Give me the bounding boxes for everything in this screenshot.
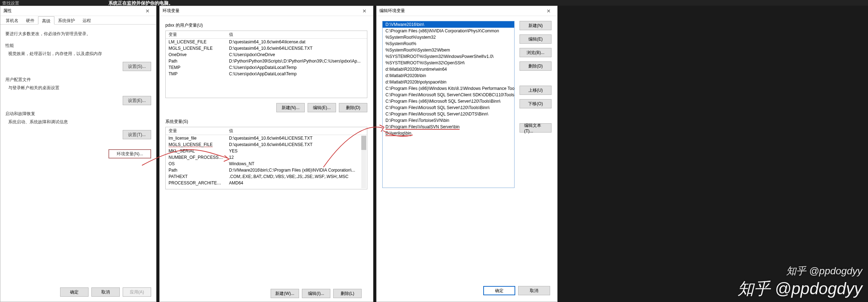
tab-2[interactable]: 高级 — [38, 16, 54, 25]
list-item[interactable]: %SystemRoot%\System32\Wbem — [383, 47, 514, 53]
table-row[interactable]: TMPC:\Users\pdxx\AppData\Local\Temp — [166, 71, 367, 77]
list-item[interactable]: C:\Program Files (x86)\Microsoft SQL Ser… — [383, 98, 514, 104]
system-properties-dialog: 属性 ✕ 算机名硬件高级系统保护远程 要进行大多数更改，你必须作为管理员登录。 … — [0, 6, 156, 302]
list-item[interactable]: D:\Program Files\TortoiseSVN\bin — [383, 117, 514, 124]
perf-settings-button[interactable]: 设置(S)... — [123, 62, 151, 71]
startup-settings-button[interactable]: 设置(T)... — [123, 130, 151, 139]
dlg3-titlebar: 编辑环境变量 ✕ — [377, 6, 557, 16]
cell-val: AMD64 — [226, 180, 367, 185]
close-icon[interactable]: ✕ — [142, 8, 153, 14]
sys-vars-label: 系统变量(S) — [165, 119, 373, 125]
user-new-button[interactable]: 新建(N)... — [276, 103, 305, 112]
dlg2-titlebar: 环境变量 ✕ — [160, 6, 373, 16]
table-row[interactable]: lm_license_fileD:\questasim64_10.6c\win6… — [166, 135, 367, 141]
col-value[interactable]: 值 — [226, 31, 367, 38]
background-header: 查找设置 系统正在监控并保护你的电脑。 — [0, 0, 868, 6]
admin-note: 要进行大多数更改，你必须作为管理员登录。 — [5, 31, 151, 37]
cell-val: D:\VMware2016\bin\;C:\Program Files (x86… — [226, 168, 367, 173]
perf-title: 性能 — [5, 43, 151, 49]
cell-val: D:\questasim64_10.6c\win64\license.dat — [226, 39, 367, 44]
cancel-button[interactable]: 取消 — [91, 287, 120, 297]
path-list[interactable]: D:\VMware2016\bin\C:\Program Files (x86)… — [382, 21, 515, 188]
cell-var: PROCESSOR_ARCHITECTURE — [166, 180, 226, 185]
sys-vars-list[interactable]: 变量 值 lm_license_fileD:\questasim64_10.6c… — [165, 127, 367, 189]
table-row[interactable]: MGLS_LICENSE_FILED:\questasim64_10.6c\wi… — [166, 45, 367, 52]
cell-val: D:\questasim64_10.6c\win64\LICENSE.TXT — [226, 136, 367, 141]
ok-button[interactable]: 确定 — [60, 287, 89, 297]
list-item[interactable]: %SystemRoot%\system32 — [383, 34, 514, 41]
scrollbar-thumb[interactable] — [361, 136, 366, 150]
dlg2-title: 环境变量 — [163, 8, 180, 14]
new-button[interactable]: 新建(N) — [520, 21, 552, 30]
cell-var: lm_license_file — [166, 136, 226, 141]
table-row[interactable]: OSWindows_NT — [166, 161, 367, 167]
tab-3[interactable]: 系统保护 — [54, 16, 79, 24]
user-vars-list[interactable]: 变量 值 LM_LICENSE_FILED:\questasim64_10.6c… — [165, 31, 367, 98]
cell-var: MGLS_LICENSE_FILE — [166, 46, 226, 51]
sys-edit-button[interactable]: 编辑(I)... — [302, 289, 330, 298]
table-row[interactable]: OneDriveC:\Users\pdxx\OneDrive — [166, 52, 367, 58]
cell-var: TMP — [166, 71, 226, 76]
cell-var: PATHEXT — [166, 174, 226, 179]
table-row[interactable]: TEMPC:\Users\pdxx\AppData\Local\Temp — [166, 64, 367, 71]
list-item[interactable]: C:\Program Files\Microsoft SQL Server\12… — [383, 104, 514, 111]
list-item[interactable]: d:\Matlab\R2020b\bin — [383, 72, 514, 79]
sys-new-button[interactable]: 新建(W)... — [271, 289, 299, 298]
col-variable[interactable]: 变量 — [166, 31, 226, 38]
cancel-button[interactable]: 取消 — [518, 286, 550, 295]
table-row[interactable]: LM_LICENSE_FILED:\questasim64_10.6c\win6… — [166, 39, 367, 45]
list-item[interactable]: d:\Matlab\R2020b\polyspace\bin — [383, 79, 514, 85]
ok-button[interactable]: 确定 — [483, 286, 515, 295]
cell-val: C:\Users\pdxx\AppData\Local\Temp — [226, 71, 367, 76]
move-down-button[interactable]: 下移(O) — [520, 99, 552, 108]
list-item[interactable]: %SYSTEMROOT%\System32\OpenSSH\ — [383, 60, 514, 66]
list-item[interactable]: d:\Matlab\R2020b\runtime\win64 — [383, 66, 514, 72]
table-row[interactable]: NUMBER_OF_PROCESSORS12 — [166, 154, 367, 161]
table-row[interactable]: MKL_SERIALYES — [166, 148, 367, 154]
env-vars-button[interactable]: 环境变量(N)... — [108, 149, 151, 158]
watermark: 知乎 @ppdogdyy 知乎 @ppdogdyy — [737, 264, 862, 300]
list-item[interactable]: D:\VMware2016\bin\ — [383, 21, 514, 28]
list-item[interactable]: C:\Program Files\Microsoft SQL Server\12… — [383, 111, 514, 117]
cell-val: .COM;.EXE;.BAT;.CMD;.VBS;.VBE;.JS;.JSE;.… — [226, 174, 367, 179]
edit-button[interactable]: 编辑(E) — [520, 34, 552, 44]
table-row[interactable]: PATHEXT.COM;.EXE;.BAT;.CMD;.VBS;.VBE;.JS… — [166, 173, 367, 180]
apply-button[interactable]: 应用(A) — [123, 287, 151, 297]
move-up-button[interactable]: 上移(U) — [520, 86, 552, 95]
user-delete-button[interactable]: 删除(D) — [339, 103, 367, 112]
cell-var: Path — [166, 168, 226, 173]
dlg1-titlebar: 属性 ✕ — [0, 6, 156, 16]
browse-button[interactable]: 浏览(B)... — [520, 48, 552, 57]
tab-4[interactable]: 远程 — [79, 16, 95, 24]
user-settings-button[interactable]: 设置(E)... — [123, 96, 151, 105]
col-value[interactable]: 值 — [226, 127, 367, 135]
user-profiles-sub: 与登录帐户相关的桌面设置 — [8, 85, 151, 91]
cell-var: MGLS_LICENSE_FILE — [166, 142, 226, 147]
delete-button[interactable]: 删除(D) — [520, 61, 552, 71]
table-row[interactable]: PROCESSOR_ARCHITECTUREAMD64 — [166, 180, 367, 186]
tab-1[interactable]: 硬件 — [22, 16, 38, 24]
table-row[interactable]: PathD:\VMware2016\bin\;C:\Program Files … — [166, 167, 367, 173]
close-icon[interactable]: ✕ — [543, 8, 554, 14]
table-row[interactable]: MGLS_LICENSE_FILED:\questasim64_10.6c\wi… — [166, 141, 367, 148]
close-icon[interactable]: ✕ — [359, 8, 370, 14]
cell-var: OneDrive — [166, 52, 226, 57]
user-edit-button[interactable]: 编辑(E)... — [308, 103, 336, 112]
col-variable[interactable]: 变量 — [166, 127, 226, 135]
list-item[interactable]: C:\Program Files\Microsoft SQL Server\Cl… — [383, 92, 514, 98]
edit-text-button[interactable]: 编辑文本(T)... — [520, 123, 552, 133]
list-item[interactable]: %SystemRoot% — [383, 41, 514, 47]
list-item[interactable]: D:\iverilog\bin — [383, 130, 514, 136]
cell-val: D:\Python\Python39\Scripts\;D:\Python\Py… — [226, 59, 367, 64]
list-item[interactable]: %SYSTEMROOT%\System32\WindowsPowerShell\… — [383, 53, 514, 60]
dlg3-title: 编辑环境变量 — [379, 8, 405, 14]
dlg1-title: 属性 — [3, 8, 12, 14]
list-item[interactable]: C:\Program Files (x86)\NVIDIA Corporatio… — [383, 28, 514, 34]
list-item[interactable]: C:\Program Files (x86)\Windows Kits\8.1\… — [383, 85, 514, 92]
list-item[interactable]: D:\Program Files\VisualSVN Server\bin — [383, 124, 514, 130]
cell-var: OS — [166, 161, 226, 166]
tab-0[interactable]: 算机名 — [2, 16, 22, 24]
cell-var: TEMP — [166, 65, 226, 70]
sys-delete-button[interactable]: 删除(L) — [333, 289, 362, 298]
table-row[interactable]: PathD:\Python\Python39\Scripts\;D:\Pytho… — [166, 58, 367, 64]
